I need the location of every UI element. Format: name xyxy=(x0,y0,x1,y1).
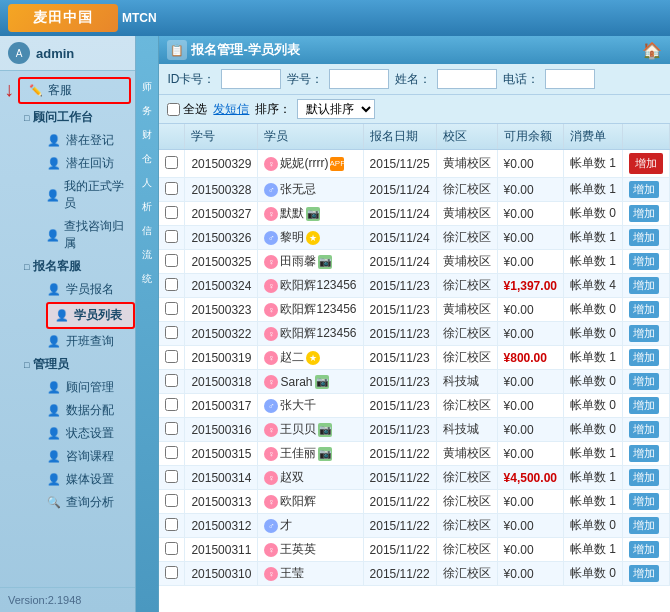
select-all-label: 全选 xyxy=(183,101,207,118)
table-row: 201500325♀田雨馨📷2015/11/24黄埔校区¥0.00帐单数 1增加 xyxy=(159,250,669,274)
search-bar: ID卡号： 学号： 姓名： 电话： xyxy=(159,64,670,95)
sidebar-item-my-students[interactable]: 👤 我的正式学员 xyxy=(18,175,135,215)
student-id: 201500329 xyxy=(185,150,258,178)
row-checkbox[interactable] xyxy=(165,374,178,387)
row-checkbox[interactable] xyxy=(165,278,178,291)
row-checkbox[interactable] xyxy=(165,518,178,531)
phone-input[interactable] xyxy=(545,69,595,89)
search-icon: 🔍 xyxy=(46,495,62,511)
app-header: 麦田中国 MTCN xyxy=(0,0,670,36)
sidebar-item-query-analysis[interactable]: 🔍 查询分析 xyxy=(18,491,135,514)
row-checkbox[interactable] xyxy=(165,422,178,435)
row-checkbox[interactable] xyxy=(165,398,178,411)
sidebar-item-advisor-mgmt[interactable]: 👤 顾问管理 xyxy=(18,376,135,399)
sidebar-item-status-setting[interactable]: 👤 状态设置 xyxy=(18,422,135,445)
female-icon: ♀ xyxy=(264,471,278,485)
sidebar-item-student-baoming[interactable]: 👤 学员报名 xyxy=(18,278,135,301)
order-count: 帐单数 0 xyxy=(563,514,622,538)
add-button[interactable]: 增加 xyxy=(629,325,659,342)
row-checkbox[interactable] xyxy=(165,350,178,363)
add-button[interactable]: 增加 xyxy=(629,421,659,438)
add-button[interactable]: 增加 xyxy=(629,253,659,270)
sidebar-item-consult-course[interactable]: 👤 咨询课程 xyxy=(18,445,135,468)
sidebar-mini-chat[interactable]: 流 xyxy=(136,244,158,266)
row-checkbox[interactable] xyxy=(165,156,178,169)
select-all-container: 全选 xyxy=(167,101,207,118)
send-sms-button[interactable]: 发短信 xyxy=(213,101,249,118)
add-button[interactable]: 增加 xyxy=(629,181,659,198)
student-id: 201500310 xyxy=(185,562,258,586)
add-button[interactable]: 增加 xyxy=(629,469,659,486)
sort-select[interactable]: 默认排序 xyxy=(297,99,375,119)
female-icon: ♀ xyxy=(264,543,278,557)
sidebar-item-find-consult[interactable]: 👤 查找咨询归属 xyxy=(18,215,135,255)
username: admin xyxy=(36,46,74,61)
sidebar-mini-teacher[interactable]: 师 xyxy=(136,76,158,98)
row-checkbox[interactable] xyxy=(165,302,178,315)
row-checkbox[interactable] xyxy=(165,230,178,243)
sidebar-mini-analysis[interactable]: 析 xyxy=(136,196,158,218)
add-button[interactable]: 增加 xyxy=(629,565,659,582)
table-row: 201500318♀Sarah📷2015/11/23科技城¥0.00帐单数 0增… xyxy=(159,370,669,394)
row-checkbox[interactable] xyxy=(165,470,178,483)
sidebar-mini-system[interactable]: 统 xyxy=(136,268,158,290)
sidebar-item-kefu[interactable]: ✏️ 客服 xyxy=(18,77,131,104)
row-checkbox[interactable] xyxy=(165,182,178,195)
sidebar-mini-warehouse[interactable]: 仓 xyxy=(136,148,158,170)
student-id: 201500323 xyxy=(185,298,258,322)
person-icon9: 👤 xyxy=(46,403,62,419)
add-button[interactable]: 增加 xyxy=(629,349,659,366)
sidebar-mini-hr[interactable]: 人 xyxy=(136,172,158,194)
row-checkbox[interactable] xyxy=(165,446,178,459)
balance: ¥1,397.00 xyxy=(497,274,563,298)
sidebar-item-qianzai-dengji[interactable]: 👤 潜在登记 xyxy=(18,129,135,152)
content-header: 📋 报名管理-学员列表 🏠 xyxy=(159,36,670,64)
sidebar-item-baoming-kefu[interactable]: □ 报名客服 xyxy=(18,255,135,278)
add-button[interactable]: 增加 xyxy=(629,541,659,558)
sidebar-item-kaiban-query[interactable]: 👤 开班查询 xyxy=(18,330,135,353)
row-checkbox[interactable] xyxy=(165,326,178,339)
add-button[interactable]: 增加 xyxy=(629,153,663,174)
sidebar-item-media-setting[interactable]: 👤 媒体设置 xyxy=(18,468,135,491)
student-id: 201500319 xyxy=(185,346,258,370)
add-button[interactable]: 增加 xyxy=(629,373,659,390)
add-button[interactable]: 增加 xyxy=(629,229,659,246)
th-action xyxy=(623,124,670,150)
home-button[interactable]: 🏠 xyxy=(642,41,662,60)
sidebar-mini-sms[interactable]: 信 xyxy=(136,220,158,242)
female-icon: ♀ xyxy=(264,423,278,437)
enrollment-date: 2015/11/24 xyxy=(363,178,436,202)
row-checkbox[interactable] xyxy=(165,254,178,267)
row-checkbox[interactable] xyxy=(165,566,178,579)
sidebar-mini-edu[interactable]: 务 xyxy=(136,100,158,122)
enrollment-date: 2015/11/22 xyxy=(363,562,436,586)
add-button[interactable]: 增加 xyxy=(629,301,659,318)
sidebar-item-data-dist[interactable]: 👤 数据分配 xyxy=(18,399,135,422)
add-button[interactable]: 增加 xyxy=(629,493,659,510)
sidebar-item-guwen-workbench[interactable]: □ 顾问工作台 xyxy=(18,106,135,129)
enrollment-date: 2015/11/23 xyxy=(363,274,436,298)
sidebar-item-manager[interactable]: □ 管理员 xyxy=(18,353,135,376)
add-button[interactable]: 增加 xyxy=(629,397,659,414)
add-button[interactable]: 增加 xyxy=(629,277,659,294)
student-id: 201500315 xyxy=(185,442,258,466)
add-button[interactable]: 增加 xyxy=(629,517,659,534)
select-all-checkbox[interactable] xyxy=(167,103,180,116)
id-input[interactable] xyxy=(221,69,281,89)
sidebar-mini-finance[interactable]: 财 xyxy=(136,124,158,146)
sidebar: A admin ↓ ✏️ 客服 □ xyxy=(0,36,136,612)
student-name: ♂张无忌 xyxy=(258,178,363,202)
name-input[interactable] xyxy=(437,69,497,89)
add-button[interactable]: 增加 xyxy=(629,205,659,222)
row-checkbox[interactable] xyxy=(165,542,178,555)
star-icon: ★ xyxy=(306,231,320,245)
row-checkbox[interactable] xyxy=(165,206,178,219)
sidebar-item-qianzai-huifang[interactable]: 👤 潜在回访 xyxy=(18,152,135,175)
sidebar-item-student-list[interactable]: 👤 学员列表 xyxy=(46,302,135,329)
row-checkbox[interactable] xyxy=(165,494,178,507)
person-icon12: 👤 xyxy=(46,472,62,488)
student-id: 201500311 xyxy=(185,538,258,562)
add-button[interactable]: 增加 xyxy=(629,445,659,462)
student-input[interactable] xyxy=(329,69,389,89)
name-label: 姓名： xyxy=(395,71,431,88)
